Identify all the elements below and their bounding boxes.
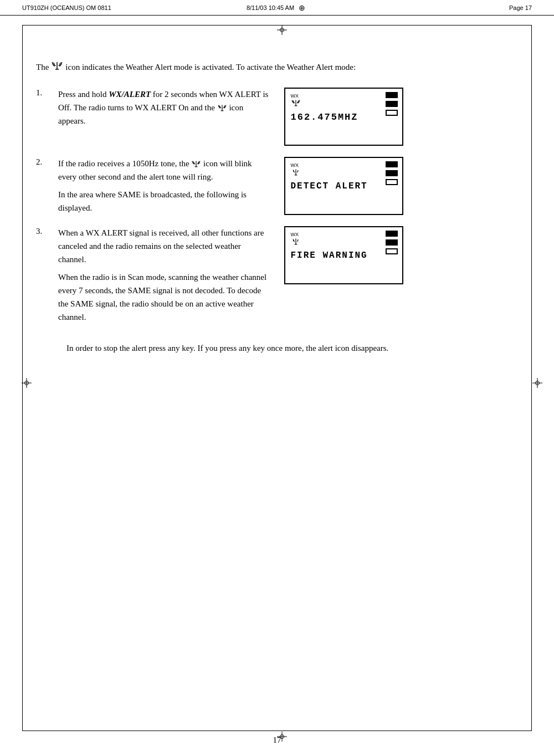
lcd1-seg-3 [386, 110, 398, 116]
step-3-text: When a WX ALERT signal is received, all … [58, 226, 269, 324]
step-3-num: 3. [36, 226, 58, 236]
lcd3-antenna-icon [291, 237, 301, 246]
lcd1-freq-text: 162.475MHZ [291, 112, 397, 122]
step-3-last-para: In order to stop the alert press any key… [36, 341, 396, 355]
header-left-text: UT910ZH (OCEANUS) OM 0811 [22, 4, 111, 11]
intro-paragraph: The icon indicates the Weather Alert mod… [36, 61, 518, 74]
step-1-num: 1. [36, 88, 58, 98]
lcd-display-3: WX FIRE WARNING [284, 226, 403, 284]
header-center-text: 8/11/03 10:45 AM ⊕ [247, 3, 307, 12]
lcd1-segments [386, 92, 398, 116]
step-3-para-1: When a WX ALERT signal is received, all … [58, 226, 269, 266]
lcd1-header: WX [291, 93, 397, 110]
wx-alert-label: WX/ALERT [109, 90, 151, 99]
lcd2-seg-1 [386, 161, 398, 167]
lcd2-seg-2 [386, 170, 398, 176]
lcd2-main-text: DETECT ALERT [291, 181, 397, 191]
last-para-text: In order to stop the alert press any key… [66, 344, 388, 353]
lcd3-wx-label: WX [291, 232, 301, 238]
step-3-text-col: 3. When a WX ALERT signal is received, a… [36, 226, 280, 324]
intro-text-before: The [36, 61, 49, 74]
step-3-display-col: WX FIRE WARNING [280, 226, 407, 284]
lcd3-segments [386, 231, 398, 254]
step-2-number-row: 2. If the radio receives a 1050Hz tone, … [36, 157, 269, 214]
header-bar: UT910ZH (OCEANUS) OM 0811 8/11/03 10:45 … [0, 0, 554, 16]
step-2-text: If the radio receives a 1050Hz tone, the… [58, 157, 269, 214]
step-1-number-row: 1. Press and hold WX/ALERT for 2 seconds… [36, 88, 269, 127]
lcd2-wx-label: WX [291, 162, 301, 168]
step-1-para-1: Press and hold WX/ALERT for 2 seconds wh… [58, 88, 269, 127]
page-number: 17 [273, 735, 281, 744]
lcd3-seg-2 [386, 239, 398, 246]
footer: 17 [0, 735, 554, 745]
lcd1-wx-label: WX [291, 93, 301, 99]
step-2-num: 2. [36, 157, 58, 167]
lcd3-seg-1 [386, 231, 398, 237]
step-2-para-2: In the area where SAME is broadcasted, t… [58, 188, 269, 214]
step-1-row: 1. Press and hold WX/ALERT for 2 seconds… [36, 88, 518, 146]
lcd-display-2: WX DETECT ALERT [284, 157, 403, 215]
instructions-list: 1. Press and hold WX/ALERT for 2 seconds… [36, 88, 518, 355]
step-1-display-col: WX 162.475MHZ [280, 88, 407, 146]
step-3-number-row: 3. When a WX ALERT signal is received, a… [36, 226, 269, 324]
lcd2-antenna-icon [291, 168, 301, 177]
main-content: The icon indicates the Weather Alert mod… [36, 30, 518, 726]
step-1-text-col: 1. Press and hold WX/ALERT for 2 seconds… [36, 88, 280, 146]
step-1-text: Press and hold WX/ALERT for 2 seconds wh… [58, 88, 269, 127]
step-2-row: 2. If the radio receives a 1050Hz tone, … [36, 157, 518, 215]
step1-antenna-icon [217, 104, 227, 113]
step-3-para-2: When the radio is in Scan mode, scanning… [58, 270, 269, 324]
border-right [531, 25, 532, 731]
lcd3-seg-3 [386, 248, 398, 254]
step2-antenna-icon [191, 160, 201, 168]
border-bottom [22, 731, 532, 731]
step-2-para-1: If the radio receives a 1050Hz tone, the… [58, 157, 269, 183]
intro-text-after: icon indicates the Weather Alert mode is… [65, 61, 356, 74]
header-right-text: Page 17 [509, 4, 532, 11]
lcd1-seg-2 [386, 101, 398, 107]
lcd1-antenna-icon [291, 99, 301, 108]
lcd2-segments [386, 161, 398, 185]
lcd3-header: WX [291, 232, 397, 249]
lcd2-seg-3 [386, 179, 398, 185]
step-2-display-col: WX DETECT ALERT [280, 157, 407, 215]
weather-alert-icon [51, 60, 63, 71]
step-2-text-col: 2. If the radio receives a 1050Hz tone, … [36, 157, 280, 215]
lcd3-main-text: FIRE WARNING [291, 251, 397, 260]
lcd2-header: WX [291, 162, 397, 180]
lcd-display-1: WX 162.475MHZ [284, 88, 403, 146]
lcd1-seg-1 [386, 92, 398, 98]
step-3-row: 3. When a WX ALERT signal is received, a… [36, 226, 518, 324]
